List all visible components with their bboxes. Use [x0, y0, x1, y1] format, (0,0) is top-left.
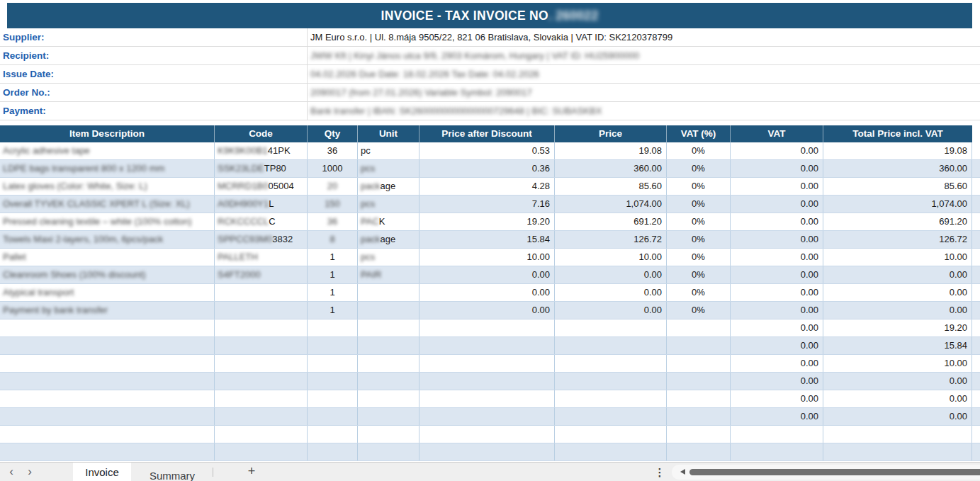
cell-price-after-discount[interactable]: 0.00 — [419, 302, 555, 319]
cell-qty[interactable]: 8 — [308, 231, 358, 248]
cell-qty[interactable] — [308, 337, 358, 354]
column-header-code[interactable]: Code — [215, 125, 308, 142]
cell-qty[interactable] — [308, 390, 358, 407]
cell-item-description[interactable] — [0, 355, 215, 372]
cell-vat-pct[interactable]: 0% — [667, 231, 731, 248]
cell-vat-pct[interactable]: 0% — [667, 266, 731, 283]
cell-qty[interactable]: 20 — [308, 178, 358, 195]
cell-vat[interactable]: 0.00 — [731, 178, 823, 195]
cell-total[interactable]: 0.00 — [823, 284, 972, 301]
cell-vat-pct[interactable] — [667, 443, 731, 460]
cell-qty[interactable]: 1000 — [308, 160, 358, 177]
cell-unit[interactable]: pcs — [358, 249, 419, 266]
cell-price-after-discount[interactable]: 15.84 — [419, 231, 555, 248]
cell-unit[interactable]: pcs — [358, 196, 419, 213]
cell-item-description[interactable] — [0, 390, 215, 407]
cell-price[interactable]: 10.00 — [555, 249, 667, 266]
cell-qty[interactable] — [308, 355, 358, 372]
meta-value[interactable]: JM Euro s.r.o. | Ul. 8.mája 9505/22, 821… — [310, 28, 970, 46]
column-header-vat[interactable]: VAT (%) — [667, 125, 731, 142]
cell-unit[interactable] — [358, 302, 419, 319]
cell-price[interactable]: 19.08 — [555, 142, 667, 159]
cell-vat[interactable]: 0.00 — [731, 196, 823, 213]
cell-vat-pct[interactable]: 0% — [667, 196, 731, 213]
cell-price-after-discount[interactable]: 7.16 — [419, 196, 555, 213]
cell-vat[interactable]: 0.00 — [731, 160, 823, 177]
cell-qty[interactable] — [308, 426, 358, 443]
cell-unit[interactable] — [358, 426, 419, 443]
cell-item-description[interactable]: Pressed cleaning textile – white (100% c… — [0, 213, 215, 230]
sheet-nav-prev-button[interactable]: ‹ — [4, 463, 18, 481]
cell-unit[interactable]: PAIR — [358, 266, 419, 283]
cell-item-description[interactable] — [0, 408, 215, 425]
column-header-vat[interactable]: VAT — [731, 125, 823, 142]
cell-unit[interactable] — [358, 319, 419, 336]
column-header-qty[interactable]: Qty — [308, 125, 358, 142]
cell-price-after-discount[interactable] — [419, 426, 555, 443]
cell-price-after-discount[interactable]: 0.53 — [419, 142, 555, 159]
cell-vat-pct[interactable] — [667, 426, 731, 443]
cell-vat[interactable]: 0.00 — [731, 213, 823, 230]
cell-qty[interactable]: 1 — [308, 284, 358, 301]
cell-vat[interactable]: 0.00 — [731, 408, 823, 425]
cell-qty[interactable]: 1 — [308, 249, 358, 266]
add-sheet-button[interactable]: + — [241, 463, 262, 481]
meta-label[interactable]: Supplier: — [0, 28, 308, 46]
cell-price-after-discount[interactable]: 0.00 — [419, 266, 555, 283]
cell-code[interactable] — [215, 302, 308, 319]
cell-item-description[interactable] — [0, 426, 215, 443]
cell-item-description[interactable]: Acrylic adhesive tape — [0, 142, 215, 159]
meta-label[interactable]: Order No.: — [0, 84, 308, 101]
cell-qty[interactable] — [308, 319, 358, 336]
cell-price[interactable]: 0.00 — [555, 302, 667, 319]
cell-code[interactable] — [215, 319, 308, 336]
column-header-item-description[interactable]: Item Description — [0, 125, 215, 142]
cell-total[interactable]: 0.00 — [823, 302, 972, 319]
cell-price-after-discount[interactable]: 4.28 — [419, 178, 555, 195]
cell-price-after-discount[interactable]: 10.00 — [419, 249, 555, 266]
cell-price[interactable] — [555, 426, 667, 443]
cell-vat-pct[interactable]: 0% — [667, 178, 731, 195]
cell-unit[interactable] — [358, 337, 419, 354]
cell-vat-pct[interactable] — [667, 390, 731, 407]
cell-unit[interactable]: PACK — [358, 213, 419, 230]
cell-vat-pct[interactable]: 0% — [667, 213, 731, 230]
cell-code[interactable]: SSK23LDETP80 — [215, 160, 308, 177]
cell-total[interactable]: 15.84 — [823, 337, 972, 354]
cell-qty[interactable]: 1 — [308, 302, 358, 319]
cell-code[interactable] — [215, 443, 308, 460]
cell-qty[interactable] — [308, 373, 358, 390]
cell-code[interactable]: S4FT2000 — [215, 266, 308, 283]
cell-code[interactable] — [215, 284, 308, 301]
cell-total[interactable]: 691.20 — [823, 213, 972, 230]
cell-code[interactable] — [215, 426, 308, 443]
cell-code[interactable]: A0DH900Y1L — [215, 196, 308, 213]
cell-vat[interactable]: 0.00 — [731, 142, 823, 159]
cell-price[interactable] — [555, 390, 667, 407]
cell-vat-pct[interactable]: 0% — [667, 249, 731, 266]
cell-total[interactable] — [823, 443, 972, 460]
sheet-list-menu-button[interactable]: ⋮ — [653, 463, 666, 481]
cell-vat[interactable]: 0.00 — [731, 266, 823, 283]
cell-code[interactable] — [215, 408, 308, 425]
cell-price-after-discount[interactable] — [419, 373, 555, 390]
cell-unit[interactable] — [358, 355, 419, 372]
cell-total[interactable]: 19.20 — [823, 319, 972, 336]
cell-unit[interactable] — [358, 390, 419, 407]
cell-code[interactable]: SPPCC93M03832 — [215, 231, 308, 248]
cell-code[interactable] — [215, 355, 308, 372]
cell-unit[interactable] — [358, 408, 419, 425]
cell-code[interactable]: MCRRD1B005004 — [215, 178, 308, 195]
cell-price[interactable]: 691.20 — [555, 213, 667, 230]
cell-item-description[interactable]: Payment by bank transfer — [0, 302, 215, 319]
cell-code[interactable]: K9K9K00B141PK — [215, 142, 308, 159]
cell-item-description[interactable]: Pallet — [0, 249, 215, 266]
cell-qty[interactable]: 36 — [308, 213, 358, 230]
column-header-unit[interactable]: Unit — [358, 125, 419, 142]
cell-item-description[interactable]: Towels Maxi 2-layers, 100m, 6pcs/pack — [0, 231, 215, 248]
column-header-total-price-incl-vat[interactable]: Total Price incl. VAT — [823, 125, 972, 142]
cell-item-description[interactable]: Atypical transport — [0, 284, 215, 301]
cell-vat[interactable]: 0.00 — [731, 302, 823, 319]
meta-label[interactable]: Recipient: — [0, 47, 308, 64]
cell-price[interactable]: 0.00 — [555, 266, 667, 283]
